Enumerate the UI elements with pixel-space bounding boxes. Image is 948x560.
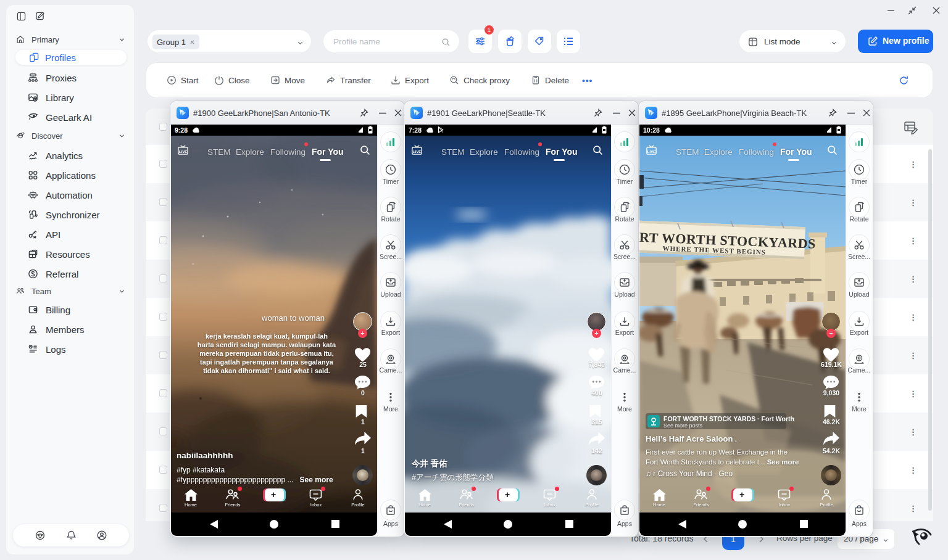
svg-text:LIVE: LIVE — [647, 149, 656, 154]
svg-text:LIVE: LIVE — [179, 149, 188, 154]
svg-text:LIVE: LIVE — [413, 149, 422, 154]
